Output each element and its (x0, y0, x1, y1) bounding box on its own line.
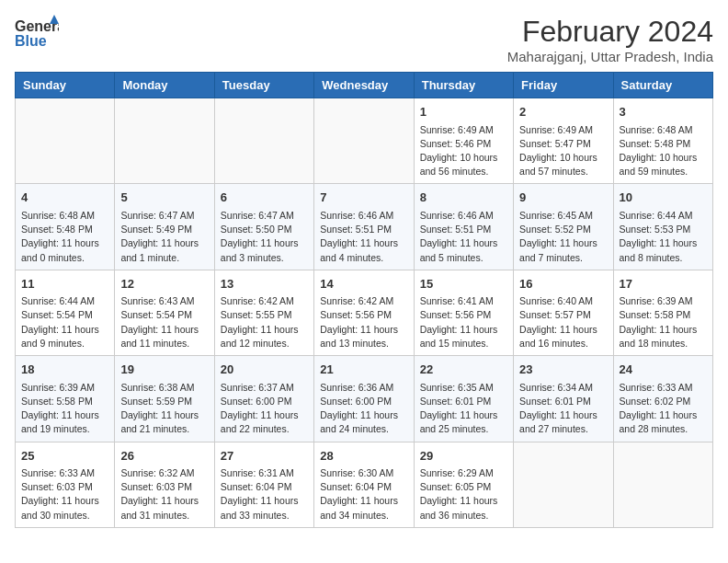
day-info: Sunrise: 6:40 AMSunset: 5:57 PMDaylight:… (519, 294, 607, 350)
day-number: 20 (221, 361, 308, 379)
day-info: Sunrise: 6:49 AMSunset: 5:46 PMDaylight:… (420, 123, 507, 179)
logo: General Blue (15, 15, 63, 50)
day-info: Sunrise: 6:39 AMSunset: 5:58 PMDaylight:… (620, 294, 707, 350)
day-number: 18 (21, 361, 108, 379)
page-header: General Blue February 2024 Maharajganj, … (15, 15, 713, 64)
day-number: 16 (519, 275, 607, 293)
calendar-cell: 22Sunrise: 6:35 AMSunset: 6:01 PMDayligh… (414, 356, 513, 442)
day-info: Sunrise: 6:46 AMSunset: 5:51 PMDaylight:… (320, 209, 407, 265)
day-number: 4 (21, 189, 108, 207)
calendar-cell: 11Sunrise: 6:44 AMSunset: 5:54 PMDayligh… (16, 270, 115, 355)
day-info: Sunrise: 6:44 AMSunset: 5:53 PMDaylight:… (620, 209, 707, 265)
day-info: Sunrise: 6:31 AMSunset: 6:04 PMDaylight:… (221, 466, 308, 523)
calendar-cell (214, 98, 313, 184)
calendar-cell: 19Sunrise: 6:38 AMSunset: 5:59 PMDayligh… (115, 356, 214, 442)
day-info: Sunrise: 6:38 AMSunset: 5:59 PMDaylight:… (120, 381, 208, 437)
day-number: 15 (420, 275, 507, 293)
day-number: 21 (320, 361, 407, 379)
day-info: Sunrise: 6:48 AMSunset: 5:48 PMDaylight:… (620, 123, 707, 179)
day-number: 25 (21, 447, 108, 465)
logo-icon: General Blue (15, 15, 59, 50)
calendar-cell: 24Sunrise: 6:33 AMSunset: 6:02 PMDayligh… (613, 356, 712, 442)
day-info: Sunrise: 6:41 AMSunset: 5:56 PMDaylight:… (420, 294, 507, 350)
day-info: Sunrise: 6:47 AMSunset: 5:50 PMDaylight:… (221, 209, 308, 265)
calendar-cell (613, 442, 712, 527)
calendar-cell: 28Sunrise: 6:30 AMSunset: 6:04 PMDayligh… (314, 442, 414, 527)
calendar-week-row: 1Sunrise: 6:49 AMSunset: 5:46 PMDaylight… (16, 98, 713, 184)
weekday-header-thursday: Thursday (414, 73, 513, 98)
day-number: 1 (420, 103, 507, 121)
calendar-cell: 21Sunrise: 6:36 AMSunset: 6:00 PMDayligh… (314, 356, 414, 442)
weekday-header-tuesday: Tuesday (214, 73, 313, 98)
day-number: 9 (519, 189, 607, 207)
weekday-header-row: SundayMondayTuesdayWednesdayThursdayFrid… (16, 73, 713, 98)
day-number: 10 (620, 189, 707, 207)
day-number: 23 (519, 361, 607, 379)
weekday-header-friday: Friday (514, 73, 613, 98)
svg-text:Blue: Blue (15, 33, 47, 49)
day-number: 27 (221, 447, 308, 465)
day-number: 14 (320, 275, 407, 293)
calendar-cell: 3Sunrise: 6:48 AMSunset: 5:48 PMDaylight… (613, 98, 712, 184)
calendar-cell: 8Sunrise: 6:46 AMSunset: 5:51 PMDaylight… (414, 184, 513, 270)
title-block: February 2024 Maharajganj, Uttar Pradesh… (507, 15, 713, 64)
calendar-cell: 12Sunrise: 6:43 AMSunset: 5:54 PMDayligh… (115, 270, 214, 355)
day-info: Sunrise: 6:44 AMSunset: 5:54 PMDaylight:… (21, 294, 108, 350)
day-info: Sunrise: 6:42 AMSunset: 5:55 PMDaylight:… (221, 294, 308, 350)
day-number: 11 (21, 275, 108, 293)
day-number: 2 (519, 103, 607, 121)
day-info: Sunrise: 6:34 AMSunset: 6:01 PMDaylight:… (519, 381, 607, 437)
day-number: 17 (620, 275, 707, 293)
calendar-cell: 17Sunrise: 6:39 AMSunset: 5:58 PMDayligh… (613, 270, 712, 355)
calendar-cell: 14Sunrise: 6:42 AMSunset: 5:56 PMDayligh… (314, 270, 414, 355)
calendar-cell: 2Sunrise: 6:49 AMSunset: 5:47 PMDaylight… (514, 98, 613, 184)
day-number: 22 (420, 361, 507, 379)
day-info: Sunrise: 6:43 AMSunset: 5:54 PMDaylight:… (120, 294, 208, 350)
calendar-cell: 27Sunrise: 6:31 AMSunset: 6:04 PMDayligh… (214, 442, 313, 527)
calendar-cell (314, 98, 414, 184)
calendar-cell: 7Sunrise: 6:46 AMSunset: 5:51 PMDaylight… (314, 184, 414, 270)
day-info: Sunrise: 6:39 AMSunset: 5:58 PMDaylight:… (21, 381, 108, 437)
calendar-cell: 10Sunrise: 6:44 AMSunset: 5:53 PMDayligh… (613, 184, 712, 270)
day-info: Sunrise: 6:48 AMSunset: 5:48 PMDaylight:… (21, 209, 108, 265)
calendar-cell: 4Sunrise: 6:48 AMSunset: 5:48 PMDaylight… (16, 184, 115, 270)
weekday-header-sunday: Sunday (16, 73, 115, 98)
day-info: Sunrise: 6:37 AMSunset: 6:00 PMDaylight:… (221, 381, 308, 437)
day-number: 8 (420, 189, 507, 207)
calendar-cell: 6Sunrise: 6:47 AMSunset: 5:50 PMDaylight… (214, 184, 313, 270)
calendar-cell: 16Sunrise: 6:40 AMSunset: 5:57 PMDayligh… (514, 270, 613, 355)
calendar-cell: 9Sunrise: 6:45 AMSunset: 5:52 PMDaylight… (514, 184, 613, 270)
day-number: 29 (420, 447, 507, 465)
calendar-cell (16, 98, 115, 184)
day-number: 12 (120, 275, 208, 293)
calendar-cell: 13Sunrise: 6:42 AMSunset: 5:55 PMDayligh… (214, 270, 313, 355)
day-info: Sunrise: 6:32 AMSunset: 6:03 PMDaylight:… (120, 466, 208, 523)
weekday-header-saturday: Saturday (613, 73, 712, 98)
calendar-cell: 26Sunrise: 6:32 AMSunset: 6:03 PMDayligh… (115, 442, 214, 527)
day-info: Sunrise: 6:45 AMSunset: 5:52 PMDaylight:… (519, 209, 607, 265)
day-info: Sunrise: 6:29 AMSunset: 6:05 PMDaylight:… (420, 466, 507, 523)
calendar-cell: 25Sunrise: 6:33 AMSunset: 6:03 PMDayligh… (16, 442, 115, 527)
calendar-cell (115, 98, 214, 184)
day-number: 3 (620, 103, 707, 121)
day-number: 6 (221, 189, 308, 207)
calendar-cell: 18Sunrise: 6:39 AMSunset: 5:58 PMDayligh… (16, 356, 115, 442)
calendar-week-row: 11Sunrise: 6:44 AMSunset: 5:54 PMDayligh… (16, 270, 713, 355)
day-info: Sunrise: 6:33 AMSunset: 6:03 PMDaylight:… (21, 466, 108, 523)
day-info: Sunrise: 6:33 AMSunset: 6:02 PMDaylight:… (620, 381, 707, 437)
day-number: 28 (320, 447, 407, 465)
calendar-cell: 20Sunrise: 6:37 AMSunset: 6:00 PMDayligh… (214, 356, 313, 442)
calendar-cell: 23Sunrise: 6:34 AMSunset: 6:01 PMDayligh… (514, 356, 613, 442)
day-number: 5 (120, 189, 208, 207)
calendar-cell: 29Sunrise: 6:29 AMSunset: 6:05 PMDayligh… (414, 442, 513, 527)
day-info: Sunrise: 6:35 AMSunset: 6:01 PMDaylight:… (420, 381, 507, 437)
weekday-header-wednesday: Wednesday (314, 73, 414, 98)
calendar-cell (514, 442, 613, 527)
location: Maharajganj, Uttar Pradesh, India (507, 49, 713, 64)
calendar-cell: 5Sunrise: 6:47 AMSunset: 5:49 PMDaylight… (115, 184, 214, 270)
day-info: Sunrise: 6:42 AMSunset: 5:56 PMDaylight:… (320, 294, 407, 350)
day-info: Sunrise: 6:49 AMSunset: 5:47 PMDaylight:… (519, 123, 607, 179)
calendar-week-row: 18Sunrise: 6:39 AMSunset: 5:58 PMDayligh… (16, 356, 713, 442)
day-info: Sunrise: 6:36 AMSunset: 6:00 PMDaylight:… (320, 381, 407, 437)
calendar-table: SundayMondayTuesdayWednesdayThursdayFrid… (15, 72, 713, 528)
